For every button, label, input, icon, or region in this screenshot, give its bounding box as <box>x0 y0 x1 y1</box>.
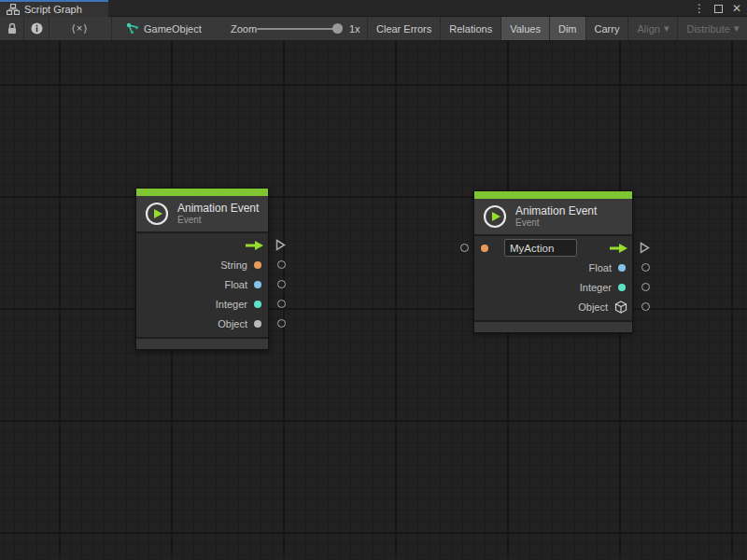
port-row-string[interactable]: String <box>136 255 268 274</box>
integer-out-connector[interactable] <box>641 283 650 291</box>
port-row-integer[interactable]: Integer <box>136 294 268 314</box>
action-input-port-dot <box>481 245 488 252</box>
values-button[interactable]: Values <box>500 17 549 40</box>
align-button[interactable]: Align ▾ <box>627 17 677 40</box>
dim-button[interactable]: Dim <box>549 17 585 40</box>
zoom-value: 1x <box>349 17 360 40</box>
lock-icon <box>7 22 18 35</box>
event-play-icon <box>483 204 507 229</box>
code-button[interactable]: ⟨×⟩ <box>49 17 111 40</box>
object-port-dot <box>254 320 261 328</box>
graph-icon <box>7 4 20 15</box>
port-row-integer[interactable]: Integer <box>474 277 632 297</box>
chevron-down-icon: ▾ <box>734 22 740 35</box>
flow-output-arrow-icon <box>246 240 264 251</box>
node-footer <box>474 322 632 332</box>
node-footer <box>136 339 268 349</box>
gameobject-label: GameObject <box>144 23 202 35</box>
node-header[interactable]: Animation Event Event <box>474 199 632 234</box>
port-row-action-input[interactable] <box>474 238 632 258</box>
node-animation-event-1[interactable]: Animation Event Event String Float <box>135 188 269 350</box>
titlebar: Script Graph ⋮ ✕ <box>0 0 747 17</box>
port-row-float[interactable]: Float <box>474 258 632 277</box>
carry-button[interactable]: Carry <box>585 17 628 40</box>
zoom-slider-track[interactable] <box>257 28 341 30</box>
node-accent-bar <box>474 191 632 199</box>
integer-out-connector[interactable] <box>277 300 286 308</box>
action-in-connector[interactable] <box>460 244 469 252</box>
port-row-float[interactable]: Float <box>136 274 268 294</box>
toolbar-buttons: Clear Errors Relations Values Dim Carry … <box>367 17 747 40</box>
object-out-connector[interactable] <box>641 302 650 311</box>
event-play-icon <box>145 202 169 226</box>
node-title: Animation Event <box>515 204 597 217</box>
node-body: Float Integer Object <box>474 236 632 320</box>
action-name-input[interactable] <box>504 239 577 257</box>
tab-label: Script Graph <box>24 4 82 15</box>
zoom-label: Zoom <box>231 17 257 40</box>
flow-out-connector[interactable] <box>640 242 650 254</box>
string-port-dot <box>254 261 261 269</box>
node-animation-event-2[interactable]: Animation Event Event Float <box>473 190 633 333</box>
titlebar-controls: ⋮ ✕ <box>694 0 741 17</box>
node-header[interactable]: Animation Event Event <box>136 196 268 231</box>
zoom-slider-handle[interactable] <box>332 23 343 34</box>
relations-button[interactable]: Relations <box>440 17 500 40</box>
gameobject-target[interactable]: GameObject <box>126 17 202 40</box>
clear-errors-button[interactable]: Clear Errors <box>367 17 440 40</box>
float-out-connector[interactable] <box>641 263 650 272</box>
port-row-object[interactable]: Object <box>474 297 632 316</box>
tab-script-graph[interactable]: Script Graph <box>0 0 108 17</box>
chevron-down-icon: ▾ <box>664 22 669 35</box>
object-out-connector[interactable] <box>277 319 286 328</box>
integer-port-dot <box>254 301 261 308</box>
node-title: Animation Event <box>177 202 259 215</box>
node-subtitle: Event <box>177 215 259 226</box>
node-body: String Float Integer Object <box>136 233 268 337</box>
graph-canvas[interactable]: Animation Event Event String Float <box>0 41 747 559</box>
cube-icon <box>614 301 627 314</box>
maximize-icon[interactable] <box>714 5 723 13</box>
close-icon[interactable]: ✕ <box>732 0 741 17</box>
lock-button[interactable] <box>0 17 24 40</box>
node-accent-bar <box>136 189 268 196</box>
port-row-object[interactable]: Object <box>136 314 268 333</box>
flow-out-connector[interactable] <box>275 239 286 251</box>
flow-output-arrow-icon <box>610 243 628 254</box>
distribute-button[interactable]: Distribute ▾ <box>677 17 747 40</box>
info-button[interactable] <box>24 17 49 40</box>
integer-port-dot <box>618 284 626 291</box>
graph-toolbar: ⟨×⟩ GameObject Zoom 1x Clear Errors Rela… <box>0 17 747 41</box>
info-icon <box>31 22 43 35</box>
port-row-flow-out[interactable] <box>136 235 268 255</box>
gameobject-graph-icon <box>126 22 139 35</box>
node-subtitle: Event <box>515 217 597 229</box>
menu-icon[interactable]: ⋮ <box>694 0 705 17</box>
float-port-dot <box>254 281 261 288</box>
string-out-connector[interactable] <box>277 260 286 269</box>
script-graph-window: Script Graph ⋮ ✕ ⟨×⟩ <box>0 0 747 560</box>
float-port-dot <box>618 264 626 272</box>
float-out-connector[interactable] <box>277 280 286 288</box>
